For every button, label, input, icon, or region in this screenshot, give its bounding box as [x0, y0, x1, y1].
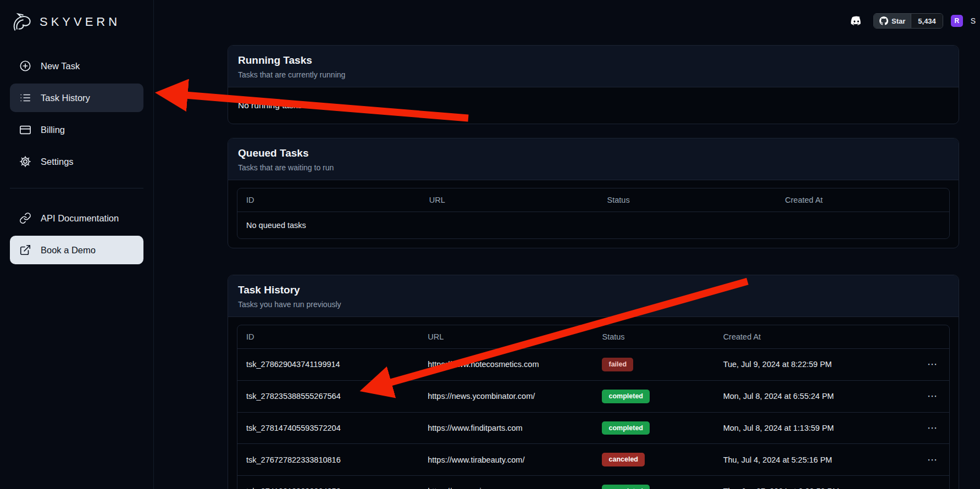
- column-header-url: URL: [420, 188, 599, 212]
- task-status-cell: completed: [593, 476, 714, 489]
- task-id-cell: tsk_274180139292204058: [237, 476, 419, 489]
- main-content: Running Tasks Tasks that are currently r…: [154, 0, 980, 489]
- column-header-id: ID: [237, 325, 419, 349]
- status-badge: completed: [602, 485, 650, 489]
- task-url-cell: https://www.tirabeauty.com/: [419, 444, 593, 476]
- sidebar-item-api-documentation[interactable]: API Documentation: [10, 204, 143, 232]
- queued-tasks-subtitle: Tasks that are waiting to run: [238, 163, 949, 172]
- running-tasks-title: Running Tasks: [238, 54, 949, 66]
- task-url-cell: https://www.notecosmetics.com: [419, 349, 593, 381]
- status-badge: completed: [602, 421, 650, 435]
- running-tasks-card: Running Tasks Tasks that are currently r…: [228, 45, 959, 124]
- task-actions-cell: ⋯: [918, 412, 949, 444]
- sidebar: SKYVERN New Task Task History Billing: [0, 0, 154, 489]
- nav-label: Book a Demo: [41, 245, 96, 255]
- brand-name: SKYVERN: [40, 15, 120, 29]
- queued-table-header-row: ID URL Status Created At: [237, 188, 949, 212]
- task-status-cell: canceled: [593, 444, 714, 476]
- task-status-cell: completed: [593, 380, 714, 412]
- task-history-subtitle: Tasks you have run previously: [238, 300, 949, 309]
- skyvern-logo[interactable]: SKYVERN: [10, 8, 143, 36]
- row-actions-button[interactable]: ⋯: [927, 391, 937, 401]
- nav-label: Billing: [41, 125, 65, 135]
- nav-label: API Documentation: [41, 213, 119, 224]
- list-icon: [19, 91, 32, 104]
- task-row[interactable]: tsk_278235388555267564https://news.ycomb…: [237, 380, 949, 412]
- task-row[interactable]: tsk_276727822333810816https://www.tirabe…: [237, 444, 949, 476]
- task-status-cell: failed: [593, 349, 714, 381]
- task-history-card: Task History Tasks you have run previous…: [228, 275, 959, 489]
- task-row[interactable]: tsk_274180139292204058https://www.geico.…: [237, 476, 949, 489]
- running-tasks-header: Running Tasks Tasks that are currently r…: [228, 46, 959, 87]
- column-header-status: Status: [599, 188, 777, 212]
- task-id-cell: tsk_278629043741199914: [237, 349, 419, 381]
- sidebar-item-book-a-demo[interactable]: Book a Demo: [10, 236, 143, 264]
- external-link-icon: [19, 243, 32, 257]
- task-created-cell: Mon, Jul 8, 2024 at 6:55:24 PM: [715, 380, 918, 412]
- sidebar-divider: [10, 188, 143, 188]
- task-history-header: Task History Tasks you have run previous…: [228, 275, 959, 317]
- row-actions-button[interactable]: ⋯: [927, 455, 937, 465]
- queued-tasks-table: ID URL Status Created At No queued tasks: [237, 188, 950, 239]
- task-created-cell: Thu, Jul 4, 2024 at 5:25:16 PM: [715, 444, 918, 476]
- sidebar-item-new-task[interactable]: New Task: [10, 52, 143, 80]
- skyvern-logo-icon: [10, 10, 34, 34]
- task-id-cell: tsk_278147405593572204: [237, 412, 419, 444]
- column-header-url: URL: [419, 325, 593, 349]
- running-tasks-empty: No running tasks: [228, 87, 959, 124]
- row-actions-button[interactable]: ⋯: [927, 423, 937, 433]
- column-header-created-at: Created At: [715, 325, 918, 349]
- history-table-header-row: ID URL Status Created At: [237, 325, 949, 349]
- plus-circle-icon: [19, 59, 32, 73]
- task-created-cell: Thu, Jun 27, 2024 at 8:38:58 PM: [715, 476, 918, 489]
- history-table-body: tsk_278629043741199914https://www.noteco…: [237, 349, 949, 489]
- status-badge: failed: [602, 358, 633, 371]
- sidebar-item-task-history[interactable]: Task History: [10, 84, 143, 112]
- column-header-actions: [918, 325, 949, 349]
- gear-icon: [19, 155, 32, 168]
- queued-tasks-card: Queued Tasks Tasks that are waiting to r…: [228, 138, 959, 248]
- task-history-title: Task History: [238, 284, 949, 296]
- task-status-cell: completed: [593, 412, 714, 444]
- status-badge: canceled: [602, 453, 645, 466]
- row-actions-button[interactable]: ⋯: [927, 486, 937, 489]
- sidebar-secondary-nav: API Documentation Book a Demo: [10, 204, 143, 264]
- nav-label: New Task: [41, 61, 80, 71]
- task-id-cell: tsk_278235388555267564: [237, 380, 419, 412]
- sidebar-item-settings[interactable]: Settings: [10, 147, 143, 176]
- queued-tasks-empty: No queued tasks: [237, 212, 949, 239]
- task-created-cell: Tue, Jul 9, 2024 at 8:22:59 PM: [715, 349, 918, 381]
- task-history-table: ID URL Status Created At tsk_27862904374…: [237, 325, 950, 489]
- column-header-created-at: Created At: [776, 188, 949, 212]
- task-actions-cell: ⋯: [918, 349, 949, 381]
- task-actions-cell: ⋯: [918, 444, 949, 476]
- column-header-id: ID: [237, 188, 420, 212]
- row-actions-button[interactable]: ⋯: [927, 359, 937, 369]
- sidebar-nav: New Task Task History Billing: [10, 52, 143, 176]
- task-row[interactable]: tsk_278147405593572204https://www.findit…: [237, 412, 949, 444]
- task-url-cell: https://news.ycombinator.com/: [419, 380, 593, 412]
- column-header-status: Status: [593, 325, 714, 349]
- credit-card-icon: [19, 123, 32, 136]
- nav-label: Settings: [41, 157, 74, 167]
- queued-tasks-title: Queued Tasks: [238, 147, 949, 159]
- task-created-cell: Mon, Jul 8, 2024 at 1:13:59 PM: [715, 412, 918, 444]
- task-actions-cell: ⋯: [918, 476, 949, 489]
- task-id-cell: tsk_276727822333810816: [237, 444, 419, 476]
- task-actions-cell: ⋯: [918, 380, 949, 412]
- sidebar-item-billing[interactable]: Billing: [10, 115, 143, 144]
- link-icon: [19, 212, 32, 225]
- task-url-cell: https://www.finditparts.com: [419, 412, 593, 444]
- nav-label: Task History: [41, 93, 90, 103]
- running-tasks-subtitle: Tasks that are currently running: [238, 70, 949, 79]
- status-badge: completed: [602, 390, 650, 403]
- queued-empty-row: No queued tasks: [237, 212, 949, 239]
- queued-tasks-header: Queued Tasks Tasks that are waiting to r…: [228, 138, 959, 180]
- task-url-cell: https://www.geico.com: [419, 476, 593, 489]
- task-row[interactable]: tsk_278629043741199914https://www.noteco…: [237, 349, 949, 381]
